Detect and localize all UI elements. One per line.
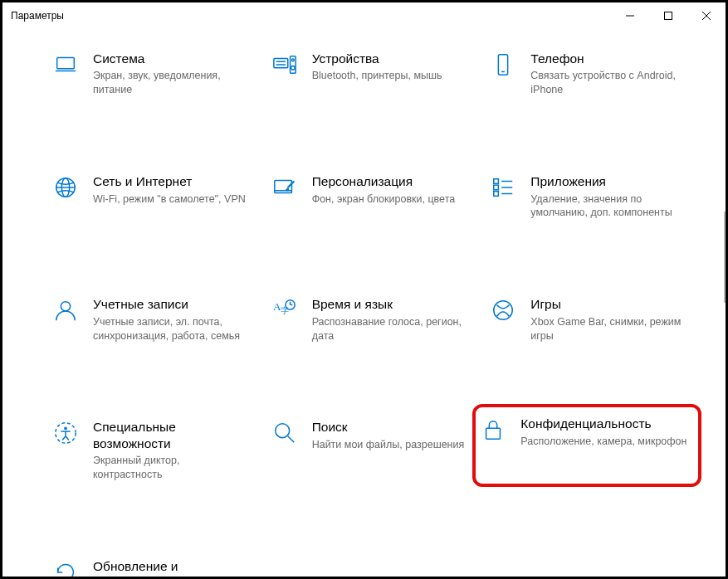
tile-subtitle: Bluetooth, принтеры, мышь — [312, 69, 442, 83]
maximize-button[interactable] — [649, 2, 687, 29]
tile-accounts[interactable]: Учетные записи Учетные записи, эл. почта… — [48, 291, 259, 348]
svg-point-10 — [291, 59, 294, 61]
tile-subtitle: Удаление, значения по умолчанию, доп. ко… — [530, 192, 686, 221]
svg-rect-20 — [494, 185, 499, 190]
lock-icon — [481, 417, 506, 442]
tile-subtitle: Фон, экран блокировки, цвета — [312, 192, 456, 207]
tile-personalization[interactable]: Персонализация Фон, экран блокировки, цв… — [267, 168, 478, 225]
settings-window: Параметры Система Экран, звук, у — [0, 0, 728, 579]
maximize-icon — [664, 12, 672, 20]
tile-title: Система — [93, 51, 249, 66]
tile-title: Игры — [530, 296, 686, 312]
tile-system[interactable]: Система Экран, звук, уведомления, питани… — [48, 46, 259, 102]
tile-title: Приложения — [530, 173, 686, 189]
svg-point-25 — [61, 302, 70, 311]
phone-icon — [491, 52, 515, 77]
svg-point-31 — [494, 301, 513, 320]
tile-subtitle: Учетные записи, эл. почта, синхронизация… — [93, 315, 249, 343]
minimize-icon — [626, 12, 634, 20]
titlebar[interactable]: Параметры — [2, 2, 726, 29]
tile-title: Устройства — [312, 51, 442, 66]
tile-title: Учетные записи — [93, 296, 249, 312]
apps-list-icon — [491, 175, 515, 200]
tile-network[interactable]: Сеть и Интернет Wi-Fi, режим "в самолете… — [48, 168, 259, 225]
tile-subtitle: Связать устройство с Android, iPhone — [530, 69, 686, 97]
laptop-icon — [53, 52, 78, 77]
tile-update[interactable]: Обновление и безопасность Обновления Win… — [48, 553, 259, 579]
tile-title: Телефон — [530, 51, 686, 66]
tile-phone[interactable]: Телефон Связать устройство с Android, iP… — [486, 46, 696, 102]
svg-rect-6 — [274, 59, 288, 68]
update-icon — [53, 560, 78, 579]
accessibility-icon — [53, 421, 78, 445]
tile-subtitle: Xbox Game Bar, снимки, режим игры — [530, 315, 686, 343]
tile-subtitle: Экранный диктор, контрастность — [93, 454, 249, 482]
tile-time-language[interactable]: A字 Время и язык Распознавание голоса, ре… — [267, 291, 478, 348]
tile-apps[interactable]: Приложения Удаление, значения по умолчан… — [486, 168, 696, 225]
close-icon — [702, 12, 711, 20]
close-button[interactable] — [687, 2, 726, 29]
tile-accessibility[interactable]: Специальные возможности Экранный диктор,… — [48, 414, 259, 487]
tile-subtitle: Найти мои файлы, разрешения — [312, 438, 465, 452]
tile-subtitle: Экран, звук, уведомления, питание — [93, 69, 249, 97]
window-title: Параметры — [11, 10, 64, 22]
svg-point-11 — [291, 66, 295, 70]
paintbrush-icon — [272, 175, 297, 200]
tile-title: Персонализация — [312, 173, 456, 189]
settings-grid: Система Экран, звук, уведомления, питани… — [48, 46, 696, 579]
tile-subtitle: Расположение, камера, микрофон — [520, 435, 686, 449]
tile-title: Сеть и Интернет — [93, 173, 246, 189]
svg-rect-4 — [57, 58, 75, 69]
window-controls — [611, 2, 726, 29]
tile-subtitle: Распознавание голоса, регион, дата — [312, 315, 468, 343]
svg-rect-19 — [494, 179, 499, 184]
tile-title: Поиск — [312, 419, 465, 435]
svg-line-39 — [287, 436, 294, 443]
tile-title: Конфиденциальность — [520, 416, 686, 431]
svg-line-37 — [66, 436, 69, 440]
search-icon — [272, 421, 297, 445]
person-icon — [53, 298, 78, 323]
svg-point-38 — [275, 424, 289, 438]
empty-cell — [267, 553, 478, 579]
tile-gaming[interactable]: Игры Xbox Game Bar, снимки, режим игры — [486, 291, 696, 348]
tile-search[interactable]: Поиск Найти мои файлы, разрешения — [267, 414, 478, 487]
tile-title: Обновление и безопасность — [93, 558, 249, 579]
svg-rect-1 — [665, 12, 672, 20]
svg-rect-40 — [486, 429, 501, 440]
svg-text:字: 字 — [281, 306, 289, 315]
tile-subtitle: Wi-Fi, режим "в самолете", VPN — [93, 192, 246, 207]
minimize-button[interactable] — [611, 2, 649, 29]
tile-privacy[interactable]: Конфиденциальность Расположение, камера,… — [472, 404, 701, 487]
keyboard-speaker-icon — [272, 52, 297, 77]
svg-point-33 — [64, 427, 67, 431]
tile-devices[interactable]: Устройства Bluetooth, принтеры, мышь — [267, 46, 478, 102]
xbox-icon — [491, 298, 515, 323]
time-language-icon: A字 — [272, 298, 297, 323]
settings-grid-area: Система Экран, звук, уведомления, питани… — [2, 29, 726, 579]
globe-icon — [53, 175, 78, 200]
empty-cell — [486, 553, 696, 579]
tile-title: Время и язык — [312, 296, 468, 312]
tile-title: Специальные возможности — [93, 419, 249, 451]
svg-rect-21 — [494, 192, 499, 197]
svg-line-36 — [62, 436, 66, 440]
